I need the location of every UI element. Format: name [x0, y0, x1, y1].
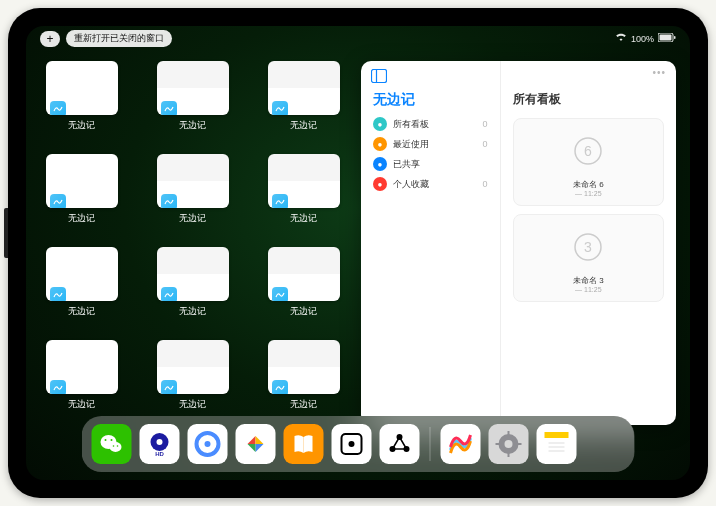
- thumbnail-preview: [46, 61, 118, 115]
- dock-app-quark[interactable]: [188, 424, 228, 464]
- svg-rect-28: [508, 452, 510, 457]
- svg-rect-30: [517, 443, 522, 445]
- sidebar-item-count: 0: [483, 119, 488, 129]
- svg-point-19: [205, 441, 211, 447]
- thumbnail-preview: [268, 340, 340, 394]
- freeform-app-icon: [50, 287, 66, 301]
- dock-app-settings[interactable]: [489, 424, 529, 464]
- content-title: 所有看板: [513, 91, 664, 108]
- board-name: 未命名 3: [522, 275, 655, 286]
- panel-content: 所有看板 6 未命名 6 — 11:25 3 未命名 3 — 11:25: [500, 61, 676, 425]
- freeform-app-icon: [272, 287, 288, 301]
- freeform-app-icon: [161, 101, 177, 115]
- dock-app-app-library[interactable]: [585, 424, 625, 464]
- thumbnail-label: 无边记: [290, 212, 317, 225]
- folder-icon: ●: [373, 117, 387, 131]
- svg-rect-2: [674, 36, 676, 39]
- status-bar: + 重新打开已关闭的窗口 100%: [26, 26, 690, 49]
- freeform-app-icon: [161, 380, 177, 394]
- thumbnail-label: 无边记: [179, 398, 206, 411]
- thumbnail-preview: [157, 61, 229, 115]
- thumbnail-preview: [268, 154, 340, 208]
- dock-app-dots-app[interactable]: [332, 424, 372, 464]
- dock-divider: [430, 427, 431, 461]
- thumbnail-preview: [268, 247, 340, 301]
- sidebar-item-label: 最近使用: [393, 138, 477, 151]
- sidebar-toggle-icon[interactable]: [371, 69, 387, 83]
- window-thumbnail[interactable]: 无边记: [262, 340, 345, 425]
- thumbnail-label: 无边记: [290, 398, 317, 411]
- sidebar-item-count: 0: [483, 139, 488, 149]
- dock-app-hub[interactable]: [380, 424, 420, 464]
- sidebar-item[interactable]: ● 最近使用 0: [373, 137, 488, 151]
- thumbnail-label: 无边记: [68, 398, 95, 411]
- window-thumbnail[interactable]: 无边记: [40, 154, 123, 239]
- reopen-closed-window-button[interactable]: 重新打开已关闭的窗口: [66, 30, 172, 47]
- window-thumbnail[interactable]: 无边记: [40, 61, 123, 146]
- dock-app-quark-hd[interactable]: HD: [140, 424, 180, 464]
- svg-point-26: [505, 440, 513, 448]
- ipad-frame: + 重新打开已关闭的窗口 100% 无边记无边记无边记无边记无边记无边记无边记无…: [8, 8, 708, 498]
- thumbnail-preview: [157, 340, 229, 394]
- svg-text:3: 3: [584, 239, 592, 255]
- board-meta: — 11:25: [522, 190, 655, 197]
- thumbnail-preview: [157, 247, 229, 301]
- freeform-app-icon: [50, 380, 66, 394]
- thumbnail-preview: [46, 340, 118, 394]
- board-name: 未命名 6: [522, 179, 655, 190]
- battery-text: 100%: [631, 34, 654, 44]
- screen: + 重新打开已关闭的窗口 100% 无边记无边记无边记无边记无边记无边记无边记无…: [26, 26, 690, 480]
- window-thumbnail[interactable]: 无边记: [262, 154, 345, 239]
- dock-app-freeform[interactable]: [441, 424, 481, 464]
- dock-app-notes[interactable]: [537, 424, 577, 464]
- window-thumbnail[interactable]: 无边记: [40, 340, 123, 425]
- svg-text:HD: HD: [155, 451, 164, 457]
- svg-point-11: [105, 439, 107, 441]
- thumbnail-label: 无边记: [179, 119, 206, 132]
- stage-manager-side-panel[interactable]: ••• 无边记 ● 所有看板 0● 最近使用 0● 已共享 ● 个人收藏 0 所…: [361, 61, 676, 425]
- app-title: 无边记: [373, 91, 488, 109]
- svg-rect-3: [372, 70, 387, 83]
- window-thumbnail[interactable]: 无边记: [151, 154, 234, 239]
- svg-point-16: [157, 439, 163, 445]
- freeform-app-icon: [50, 194, 66, 208]
- thumbnail-preview: [268, 61, 340, 115]
- window-thumbnail[interactable]: 无边记: [262, 247, 345, 332]
- board-thumbnail: 3: [522, 223, 655, 271]
- svg-point-10: [110, 442, 122, 452]
- board-card[interactable]: 3 未命名 3 — 11:25: [513, 214, 664, 302]
- sidebar-item-label: 个人收藏: [393, 178, 477, 191]
- drag-handle-icon[interactable]: •••: [652, 67, 666, 78]
- folder-icon: ●: [373, 177, 387, 191]
- sidebar-item[interactable]: ● 个人收藏 0: [373, 177, 488, 191]
- sidebar-item-count: 0: [483, 179, 488, 189]
- thumbnail-label: 无边记: [68, 119, 95, 132]
- window-thumbnail[interactable]: 无边记: [151, 340, 234, 425]
- window-thumbnail[interactable]: 无边记: [151, 247, 234, 332]
- freeform-app-icon: [161, 287, 177, 301]
- svg-point-13: [113, 445, 115, 447]
- sidebar-item[interactable]: ● 所有看板 0: [373, 117, 488, 131]
- sidebar-item[interactable]: ● 已共享: [373, 157, 488, 171]
- svg-rect-31: [545, 432, 569, 438]
- window-thumbnail[interactable]: 无边记: [151, 61, 234, 146]
- new-window-button[interactable]: +: [40, 31, 60, 47]
- workspace: 无边记无边记无边记无边记无边记无边记无边记无边记无边记无边记无边记无边记 •••…: [26, 49, 690, 425]
- dock-app-books[interactable]: [284, 424, 324, 464]
- svg-rect-1: [660, 35, 672, 41]
- wifi-icon: [615, 33, 627, 44]
- battery-icon: [658, 33, 676, 44]
- window-thumbnail[interactable]: 无边记: [40, 247, 123, 332]
- svg-text:6: 6: [584, 143, 592, 159]
- window-thumbnails-grid: 无边记无边记无边记无边记无边记无边记无边记无边记无边记无边记无边记无边记: [40, 61, 345, 425]
- window-thumbnail[interactable]: 无边记: [262, 61, 345, 146]
- dock-app-wechat[interactable]: [92, 424, 132, 464]
- svg-rect-27: [508, 431, 510, 436]
- board-card[interactable]: 6 未命名 6 — 11:25: [513, 118, 664, 206]
- thumbnail-preview: [157, 154, 229, 208]
- freeform-app-icon: [272, 101, 288, 115]
- board-meta: — 11:25: [522, 286, 655, 293]
- thumbnail-label: 无边记: [179, 305, 206, 318]
- dock-app-play[interactable]: [236, 424, 276, 464]
- svg-point-21: [349, 441, 355, 447]
